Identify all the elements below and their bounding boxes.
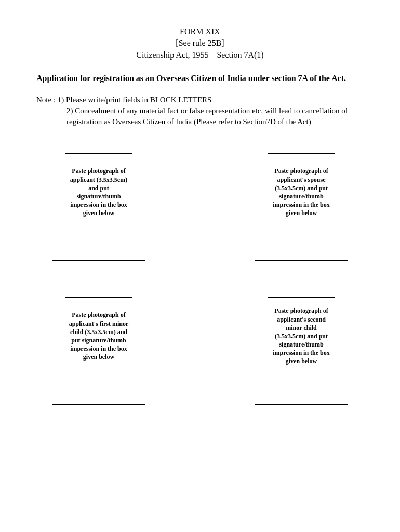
photo-row-1: Paste photograph of applicant (3.5x3.5cm…	[36, 153, 364, 261]
note-item-2: 2) Concealment of any material fact or f…	[36, 105, 364, 127]
photo-box-child-1: Paste photograph of applicant's first mi…	[65, 297, 132, 375]
photo-unit-spouse: Paste photograph of applicant's spouse (…	[255, 153, 348, 261]
header-line-3: Citizenship Act, 1955 – Section 7A(1)	[36, 49, 364, 61]
signature-box-spouse	[255, 231, 348, 261]
photo-unit-child-1: Paste photograph of applicant's first mi…	[52, 297, 145, 405]
header-line-1: FORM XIX	[36, 26, 364, 37]
photo-row-2: Paste photograph of applicant's first mi…	[36, 297, 364, 405]
signature-box-applicant	[52, 231, 145, 261]
photo-unit-child-2: Paste photograph of applicant's second m…	[255, 297, 348, 405]
form-title: Application for registration as an Overs…	[36, 73, 364, 84]
note-item-1: 1) Please write/print fields in BLOCK LE…	[58, 96, 212, 104]
header-line-2: [See rule 25B]	[36, 37, 364, 49]
signature-box-child-1	[52, 375, 145, 405]
signature-box-child-2	[255, 375, 348, 405]
form-header: FORM XIX [See rule 25B] Citizenship Act,…	[36, 26, 364, 61]
photo-box-spouse: Paste photograph of applicant's spouse (…	[268, 153, 335, 231]
note-block: Note : 1) Please write/print fields in B…	[36, 95, 364, 127]
photo-box-child-2: Paste photograph of applicant's second m…	[268, 297, 335, 375]
photo-unit-applicant: Paste photograph of applicant (3.5x3.5cm…	[52, 153, 145, 261]
note-prefix: Note :	[36, 96, 58, 104]
photo-box-applicant: Paste photograph of applicant (3.5x3.5cm…	[65, 153, 132, 231]
